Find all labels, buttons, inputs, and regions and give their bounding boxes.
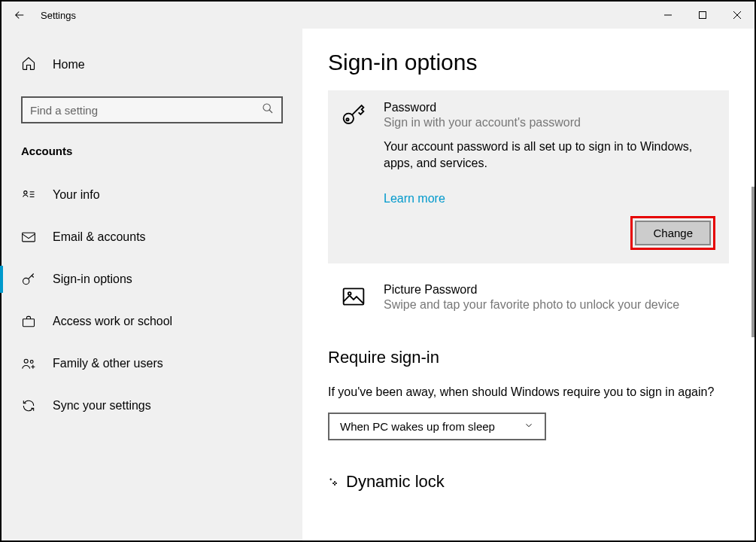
svg-rect-10 <box>23 233 35 242</box>
require-question: If you've been away, when should Windows… <box>328 384 729 400</box>
svg-point-4 <box>263 104 270 111</box>
search-wrap <box>21 96 283 123</box>
sidebar-item-label: Family & other users <box>53 357 163 370</box>
people-icon <box>21 356 36 371</box>
key-icon <box>342 101 367 129</box>
window-controls <box>651 2 754 29</box>
maximize-icon <box>698 11 707 20</box>
sidebar: Home Accounts Your info <box>2 29 302 540</box>
sidebar-item-label: Your info <box>53 188 100 202</box>
sidebar-item-label: Access work or school <box>53 315 172 328</box>
home-link[interactable]: Home <box>2 50 302 80</box>
password-subtitle: Sign in with your account's password <box>384 116 715 129</box>
svg-point-13 <box>24 359 28 363</box>
back-button[interactable] <box>2 2 38 29</box>
sidebar-item-label: Sign-in options <box>53 273 132 286</box>
home-icon <box>21 56 36 74</box>
briefcase-icon <box>21 314 36 329</box>
maximize-button[interactable] <box>685 2 720 29</box>
svg-point-16 <box>346 118 348 120</box>
search-box[interactable] <box>21 96 283 123</box>
sidebar-item-label: Email & accounts <box>53 230 146 244</box>
main-content: Sign-in options Password Sign in with yo… <box>302 29 754 540</box>
mail-icon <box>21 230 36 245</box>
require-dropdown[interactable]: When PC wakes up from sleep <box>328 413 546 440</box>
home-label: Home <box>53 58 85 72</box>
search-icon <box>262 102 274 117</box>
close-icon <box>733 11 742 20</box>
svg-rect-17 <box>344 288 364 304</box>
dynamic-lock-heading: Dynamic lock <box>328 472 729 492</box>
dropdown-value: When PC wakes up from sleep <box>340 420 495 433</box>
person-card-icon <box>21 187 36 202</box>
svg-rect-1 <box>700 12 706 19</box>
picture-title: Picture Password <box>384 283 729 297</box>
picture-subtitle: Swipe and tap your favorite photo to unl… <box>384 298 729 312</box>
search-input[interactable] <box>30 104 262 117</box>
sidebar-item-work[interactable]: Access work or school <box>2 300 302 343</box>
svg-point-6 <box>24 191 27 194</box>
sidebar-item-email[interactable]: Email & accounts <box>2 216 302 258</box>
sidebar-item-sync[interactable]: Sync your settings <box>2 385 302 427</box>
title-bar: Settings <box>2 2 754 29</box>
scrollbar[interactable] <box>751 187 754 337</box>
key-icon <box>21 272 36 287</box>
sidebar-item-label: Sync your settings <box>53 399 151 413</box>
settings-window: Settings Home <box>2 2 754 540</box>
window-title: Settings <box>41 10 76 21</box>
password-description: Your account password is all set up to s… <box>384 139 715 172</box>
sync-icon <box>21 398 36 413</box>
window-body: Home Accounts Your info <box>2 29 754 540</box>
sparkle-icon <box>328 477 342 490</box>
sidebar-item-your-info[interactable]: Your info <box>2 174 302 216</box>
svg-point-14 <box>30 361 33 364</box>
page-title: Sign-in options <box>328 50 729 75</box>
svg-point-11 <box>23 278 29 284</box>
svg-point-18 <box>348 292 351 295</box>
picture-password-option[interactable]: Picture Password Swipe and tap your favo… <box>328 276 729 321</box>
change-button[interactable]: Change <box>635 221 711 245</box>
picture-icon <box>342 283 367 312</box>
svg-line-5 <box>269 110 272 113</box>
chevron-down-icon <box>524 420 534 433</box>
minimize-icon <box>663 11 673 20</box>
require-heading: Require sign-in <box>328 348 729 367</box>
svg-rect-12 <box>23 319 35 327</box>
password-card[interactable]: Password Sign in with your account's pas… <box>328 90 729 263</box>
change-button-highlight: Change <box>630 216 715 250</box>
sidebar-item-family[interactable]: Family & other users <box>2 343 302 385</box>
learn-more-link[interactable]: Learn more <box>384 192 445 206</box>
sidebar-section: Accounts <box>2 145 302 157</box>
sidebar-item-signin[interactable]: Sign-in options <box>2 258 302 300</box>
password-title: Password <box>384 101 715 114</box>
arrow-left-icon <box>13 8 26 22</box>
minimize-button[interactable] <box>651 2 685 29</box>
close-button[interactable] <box>720 2 754 29</box>
